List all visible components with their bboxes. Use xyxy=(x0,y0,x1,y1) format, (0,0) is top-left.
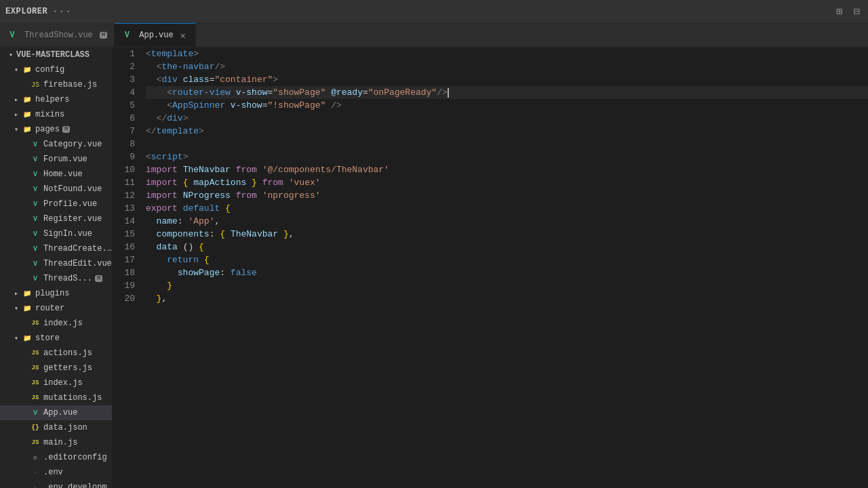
mainjs-label: main.js xyxy=(43,438,77,447)
sidebar-item-register[interactable]: ▸ V Register.vue xyxy=(0,211,112,226)
chevron-down-icon: ▾ xyxy=(5,49,16,60)
env-dev-icon: · xyxy=(30,482,41,488)
line-number: 20 xyxy=(112,292,135,305)
code-line: <template> xyxy=(146,47,868,60)
code-editor[interactable]: 1234567891011121314151617181920 <templat… xyxy=(112,47,868,488)
vue-icon-active: V xyxy=(121,30,132,41)
line-number: 12 xyxy=(112,189,135,202)
vue-icon: V xyxy=(30,228,41,239)
sidebar-item-actions[interactable]: ▸ JS actions.js xyxy=(0,346,112,361)
env-label: .env xyxy=(43,468,63,477)
sidebar-item-editorconfig[interactable]: ▸ ⚙ .editorconfig xyxy=(0,450,112,465)
sidebar-item-env[interactable]: ▸ · .env xyxy=(0,465,112,480)
sidebar-item-mainjs[interactable]: ▸ JS main.js xyxy=(0,435,112,450)
pages-modified-badge: M xyxy=(62,126,70,133)
mixins-label: mixins xyxy=(35,110,64,119)
explorer-menu-icon[interactable]: ··· xyxy=(52,5,71,18)
line-number: 8 xyxy=(112,138,135,150)
line-number: 10 xyxy=(112,163,135,176)
folder-icon: 📁 xyxy=(22,303,33,314)
line-number: 13 xyxy=(112,202,135,215)
code-line: import { mapActions } from 'vuex' xyxy=(146,176,868,189)
threads-modified-badge: M xyxy=(95,275,102,282)
store-label: store xyxy=(35,333,60,343)
explorer-label: EXPLORER xyxy=(5,7,47,16)
router-index-label: index.js xyxy=(43,319,83,328)
sidebar-item-root[interactable]: ▾ VUE-MASTERCLASS xyxy=(0,47,112,62)
sidebar-item-config[interactable]: ▾ 📁 config xyxy=(0,62,112,77)
firebase-label: firebase.js xyxy=(43,80,97,89)
sidebar-item-mutations[interactable]: ▸ JS mutations.js xyxy=(0,390,112,405)
line-number: 5 xyxy=(112,99,135,112)
sidebar-item-forum[interactable]: ▸ V Forum.vue xyxy=(0,152,112,167)
threadcreate-label: ThreadCreate... xyxy=(43,244,112,253)
line-number: 15 xyxy=(112,228,135,241)
sidebar-item-store[interactable]: ▾ 📁 store xyxy=(0,331,112,346)
sidebar-item-getters[interactable]: ▸ JS getters.js xyxy=(0,361,112,375)
env-icon: · xyxy=(30,467,41,478)
line-number: 14 xyxy=(112,215,135,228)
js-icon: JS xyxy=(30,378,41,388)
tab-app-vue[interactable]: V App.vue ✕ xyxy=(115,23,195,47)
js-icon: JS xyxy=(30,318,41,329)
register-label: Register.vue xyxy=(43,214,102,224)
sidebar-item-store-index[interactable]: ▸ JS index.js xyxy=(0,375,112,390)
line-number: 4 xyxy=(112,86,135,99)
line-number: 6 xyxy=(112,112,135,125)
main-layout: ▾ VUE-MASTERCLASS ▾ 📁 config ▸ JS fireba… xyxy=(0,47,868,488)
chevron-right-icon: ▸ xyxy=(11,109,22,120)
actions-label: actions.js xyxy=(43,348,92,358)
sidebar-item-profile[interactable]: ▸ V Profile.vue xyxy=(0,197,112,211)
root-label: VUE-MASTERCLASS xyxy=(16,50,90,60)
tab-label-threadshow: ThreadShow.vue xyxy=(24,30,93,40)
code-line: data () { xyxy=(146,241,868,253)
sidebar-item-plugins[interactable]: ▸ 📁 plugins xyxy=(0,286,112,301)
sidebar-item-threadedit[interactable]: ▸ V ThreadEdit.vue xyxy=(0,256,112,271)
sidebar-item-category[interactable]: ▸ V Category.vue xyxy=(0,137,112,152)
notfound-label: NotFound.vue xyxy=(43,184,102,194)
vue-icon: V xyxy=(30,243,41,254)
chevron-down-icon: ▾ xyxy=(11,303,22,314)
code-line: <the-navbar/> xyxy=(146,60,868,73)
sidebar-item-pages[interactable]: ▾ 📁 pages M xyxy=(0,122,112,137)
sidebar-item-home[interactable]: ▸ V Home.vue xyxy=(0,167,112,182)
js-icon: JS xyxy=(30,392,41,403)
code-line: <script> xyxy=(146,150,868,163)
js-icon: JS xyxy=(30,79,41,90)
sidebar-item-mixins[interactable]: ▸ 📁 mixins xyxy=(0,107,112,122)
code-line: import TheNavbar from '@/components/TheN… xyxy=(146,163,868,176)
sidebar-item-notfound[interactable]: ▸ V NotFound.vue xyxy=(0,182,112,197)
chevron-right-icon: ▸ xyxy=(11,94,22,105)
title-bar: EXPLORER ··· ⊞ ⊟ xyxy=(0,0,868,24)
tab-threadshow-vue[interactable]: V ThreadShow.vue M xyxy=(0,23,115,47)
sidebar-item-router[interactable]: ▾ 📁 router xyxy=(0,301,112,316)
code-line: import NProgress from 'nprogress' xyxy=(146,189,868,202)
sidebar-item-env-development[interactable]: ▸ · .env.development xyxy=(0,480,112,488)
code-line xyxy=(146,138,868,150)
line-number: 18 xyxy=(112,266,135,279)
config-label: config xyxy=(35,65,64,75)
appvue-label: App.vue xyxy=(43,408,77,418)
folder-icon: 📁 xyxy=(22,109,33,120)
layout-icon[interactable]: ⊟ xyxy=(850,3,863,20)
code-line: showPage: false xyxy=(146,266,868,279)
sidebar-item-firebase[interactable]: ▸ JS firebase.js xyxy=(0,77,112,92)
sidebar-item-threadcreate[interactable]: ▸ V ThreadCreate... xyxy=(0,241,112,256)
store-index-label: index.js xyxy=(43,378,83,388)
sidebar-item-appvue[interactable]: ▸ V App.vue xyxy=(0,405,112,420)
line-number: 9 xyxy=(112,150,135,163)
home-label: Home.vue xyxy=(43,169,83,179)
folder-icon: 📁 xyxy=(22,64,33,75)
signin-label: SignIn.vue xyxy=(43,229,92,239)
sidebar-item-signin[interactable]: ▸ V SignIn.vue xyxy=(0,226,112,241)
close-tab-button[interactable]: ✕ xyxy=(178,30,189,41)
vue-icon: V xyxy=(30,154,41,165)
js-icon: JS xyxy=(30,348,41,359)
sidebar-item-helpers[interactable]: ▸ 📁 helpers xyxy=(0,92,112,107)
sidebar-item-datajson[interactable]: ▸ {} data.json xyxy=(0,420,112,435)
vue-icon: V xyxy=(7,30,18,41)
sidebar-item-threads[interactable]: ▸ V ThreadS... M xyxy=(0,271,112,286)
sidebar-item-router-index[interactable]: ▸ JS index.js xyxy=(0,316,112,331)
pages-label: pages xyxy=(35,125,60,134)
split-editor-icon[interactable]: ⊞ xyxy=(833,3,846,20)
